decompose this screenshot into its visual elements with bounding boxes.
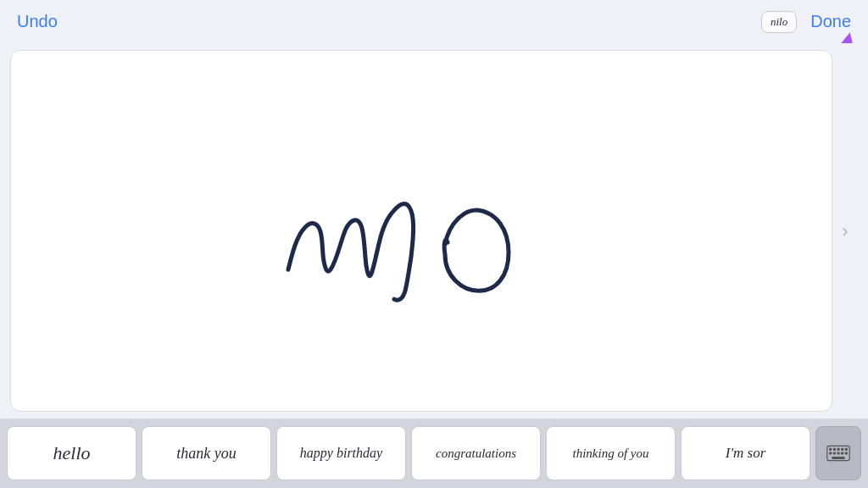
keyboard-button[interactable] <box>815 426 861 480</box>
suggestions-list: hellothank youhappy birthdaycongratulati… <box>7 426 810 480</box>
svg-rect-4 <box>833 448 836 451</box>
suggestion-item-congratulations[interactable]: congratulations <box>411 426 541 480</box>
top-bar: Undo nilo Done <box>0 0 868 43</box>
svg-rect-10 <box>837 452 839 454</box>
next-chevron[interactable]: › <box>832 50 858 412</box>
suggestion-item-thinking-of-you[interactable]: thinking of you <box>546 426 676 480</box>
svg-rect-5 <box>837 448 839 451</box>
keyboard-icon <box>826 445 850 462</box>
top-right-controls: nilo Done <box>761 8 853 35</box>
suggestion-bar: hellothank youhappy birthdaycongratulati… <box>0 419 868 488</box>
suggestion-item-thank-you[interactable]: thank you <box>142 426 271 480</box>
done-button[interactable]: Done <box>809 8 853 35</box>
writing-surface[interactable] <box>10 50 832 412</box>
suggestion-item-im-sorry[interactable]: I'm sor <box>681 426 810 480</box>
svg-rect-3 <box>829 448 832 451</box>
svg-rect-8 <box>829 452 832 454</box>
undo-button[interactable]: Undo <box>15 8 59 35</box>
handwriting-preview-button[interactable]: nilo <box>761 11 797 33</box>
svg-rect-7 <box>845 448 848 451</box>
svg-rect-12 <box>845 452 848 454</box>
handwriting-content <box>263 125 551 329</box>
suggestion-item-happy-birthday[interactable]: happy birthday <box>276 426 406 480</box>
svg-rect-9 <box>833 452 836 454</box>
suggestion-item-hello[interactable]: hello <box>7 426 136 480</box>
svg-rect-6 <box>841 448 843 451</box>
svg-rect-13 <box>832 457 845 459</box>
canvas-area: › <box>0 43 868 419</box>
svg-rect-11 <box>841 452 843 454</box>
